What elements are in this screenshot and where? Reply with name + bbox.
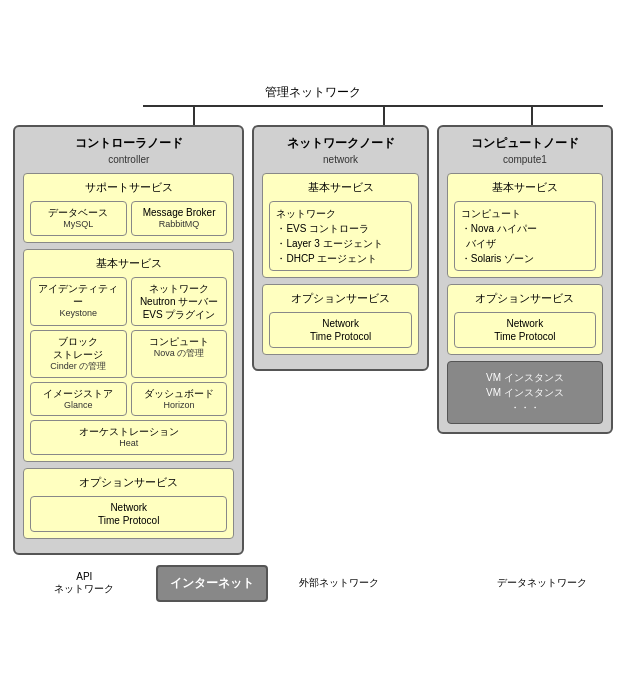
compute-option-title: オプションサービス: [454, 291, 596, 306]
service-identity: アイデンティティー Keystone: [30, 277, 127, 326]
bottom-section: API ネットワーク インターネット 外部ネットワーク データネットワーク: [13, 565, 613, 602]
controller-title: コントローラノード: [23, 135, 234, 152]
top-line-container: [13, 105, 613, 125]
network-option-section: オプションサービス NetworkTime Protocol: [262, 284, 418, 355]
vm-instance-1: VM インスタンス: [454, 370, 596, 385]
service-image-store: イメージストア Glance: [30, 382, 127, 417]
service-compute-nova: コンピュート Nova の管理: [131, 330, 228, 378]
top-label: 管理ネットワーク: [13, 84, 613, 101]
columns-container: コントローラノード controller サポートサービス データベース MyS…: [13, 125, 613, 555]
service-ntp-compute: NetworkTime Protocol: [454, 312, 596, 348]
top-horizontal-line: [143, 105, 603, 107]
vm-instance-dots: ・・・: [454, 400, 596, 415]
network-subtitle: network: [262, 154, 418, 165]
external-network-label: 外部ネットワーク: [268, 576, 411, 590]
network-node: ネットワークノード network 基本サービス ネットワーク ・EVS コント…: [252, 125, 428, 371]
compute-title: コンピュートノード: [447, 135, 603, 152]
service-network-basic: ネットワーク ・EVS コントローラ ・Layer 3 エージェント ・DHCP…: [269, 201, 411, 271]
controller-option-section: オプションサービス NetworkTime Protocol: [23, 468, 234, 539]
service-ntp-network: NetworkTime Protocol: [269, 312, 411, 348]
service-database: データベース MySQL: [30, 201, 127, 236]
controller-support-section: サポートサービス データベース MySQL Message Broker Rab…: [23, 173, 234, 243]
network-option-title: オプションサービス: [269, 291, 411, 306]
compute-basic-title: 基本サービス: [454, 180, 596, 195]
service-compute-basic: コンピュート ・Nova ハイパー バイザ ・Solaris ゾーン: [454, 201, 596, 271]
api-network-label: API ネットワーク: [13, 571, 156, 596]
service-message-broker: Message Broker RabbitMQ: [131, 201, 228, 236]
top-drop-line-1: [193, 105, 195, 125]
controller-option-title: オプションサービス: [30, 475, 227, 490]
service-orchestration: オーケストレーション Heat: [30, 420, 227, 455]
internet-box: インターネット: [156, 565, 268, 602]
network-basic-title: 基本サービス: [269, 180, 411, 195]
controller-support-title: サポートサービス: [30, 180, 227, 195]
controller-basic-title: 基本サービス: [30, 256, 227, 271]
service-dashboard: ダッシュボード Horizon: [131, 382, 228, 417]
controller-basic-grid: アイデンティティー Keystone ネットワークNeutron サーバーEVS…: [30, 277, 227, 455]
network-title: ネットワークノード: [262, 135, 418, 152]
compute-subtitle: compute1: [447, 154, 603, 165]
controller-support-grid: データベース MySQL Message Broker RabbitMQ: [30, 201, 227, 236]
top-drop-line-3: [531, 105, 533, 125]
top-drop-line-2: [383, 105, 385, 125]
service-ntp-controller: NetworkTime Protocol: [30, 496, 227, 532]
data-network-label: データネットワーク: [470, 576, 613, 590]
compute-basic-section: 基本サービス コンピュート ・Nova ハイパー バイザ ・Solaris ゾー…: [447, 173, 603, 278]
service-block-storage: ブロックストレージ Cinder の管理: [30, 330, 127, 378]
compute-option-section: オプションサービス NetworkTime Protocol: [447, 284, 603, 355]
controller-subtitle: controller: [23, 154, 234, 165]
diagram-wrapper: 管理ネットワーク コントローラノード controller サポートサービス デ…: [3, 74, 623, 612]
vm-instances: VM インスタンス VM インスタンス ・・・: [447, 361, 603, 424]
controller-node: コントローラノード controller サポートサービス データベース MyS…: [13, 125, 244, 555]
vm-instance-2: VM インスタンス: [454, 385, 596, 400]
service-network-neutron: ネットワークNeutron サーバーEVS プラグイン: [131, 277, 228, 326]
controller-basic-section: 基本サービス アイデンティティー Keystone ネットワークNeutron …: [23, 249, 234, 462]
compute-node: コンピュートノード compute1 基本サービス コンピュート ・Nova ハ…: [437, 125, 613, 434]
network-basic-section: 基本サービス ネットワーク ・EVS コントローラ ・Layer 3 エージェン…: [262, 173, 418, 278]
